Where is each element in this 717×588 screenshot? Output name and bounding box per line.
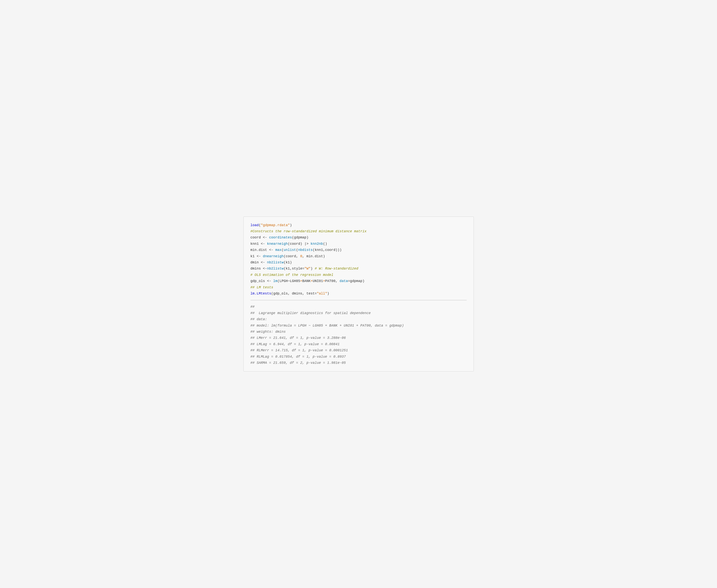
code-line-mindist: min.dist <- max(unlist(nbdists(knn1,coor… [251,247,467,253]
code-container: load("gdpmap.rdata") #Constructs the row… [244,216,474,372]
code-line-coord: coord <- coordinates(gdpmap) [251,234,467,240]
code-line-comment2: # OLS estimation of the regression model [251,272,467,278]
output-line-3: ## data: [251,316,467,322]
keyword-load: load [251,223,259,227]
code-block-input: load("gdpmap.rdata") #Constructs the row… [251,222,467,297]
code-line-gdpols: gdp_ols <- lm(LPGH~LGH85+BANK+UNI01+PAT0… [251,278,467,284]
code-line-knn1: knn1 <- knearneigh(coord) |> knn2nb() [251,241,467,247]
output-line-2: ## Lagrange multiplier diagnostics for s… [251,310,467,316]
output-line-6: ## LMerr = 21.641, df = 1, p-value = 3.2… [251,335,467,341]
code-line-k1: k1 <- dnearneigh(coord, 0, min.dist) [251,253,467,259]
code-line-lmtests: lm.LMtests(gdp_ols, dmins, test="all") [251,291,467,297]
output-line-8: ## RLMerr = 14.715, df = 1, p-value = 0.… [251,347,467,353]
output-line-1: ## [251,304,467,310]
output-line-10: ## SARMA = 21.659, df = 2, p-value = 1.9… [251,360,467,366]
output-line-9: ## RLMLag = 0.017854, df = 1, p-value = … [251,354,467,360]
code-line-dmin: dmin <- nb2listw(k1) [251,259,467,266]
code-line-dmins: dmins <-nb2listw(k1,style="W") # W: Row-… [251,266,467,272]
output-line-5: ## weights: dmins [251,329,467,335]
code-line: load("gdpmap.rdata") [251,222,467,228]
output-line-7: ## LMLag = 6.944, df = 1, p-value = 0.00… [251,341,467,347]
string-gdpmap: "gdpmap.rdata" [261,223,290,227]
code-line-comment1: #Constructs the row-standardized minimum… [251,228,467,234]
code-line-comment3: ## LM tests [251,284,467,291]
code-block-output: ## ## Lagrange multiplier diagnostics fo… [251,304,467,366]
output-line-4: ## model: lm(formula = LPGH ~ LGH85 + BA… [251,322,467,329]
